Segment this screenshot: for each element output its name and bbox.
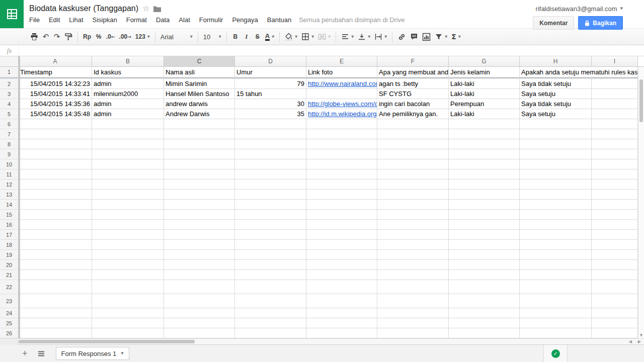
- select-all-corner[interactable]: [0, 56, 19, 67]
- cell-C6[interactable]: [164, 119, 235, 129]
- undo-icon[interactable]: ↶: [40, 31, 51, 43]
- cell-link-E4[interactable]: http://globe-views.com/do: [308, 100, 377, 108]
- cell-E8[interactable]: [306, 139, 377, 149]
- cell-E3[interactable]: [306, 89, 377, 99]
- menu-lihat[interactable]: Lihat: [64, 15, 88, 25]
- cell-F1[interactable]: Apa yang membuat anda: [377, 67, 449, 77]
- column-header-D[interactable]: D: [235, 56, 306, 67]
- cell-G12[interactable]: [449, 179, 520, 190]
- cell-E21[interactable]: [306, 270, 377, 280]
- cell-H3[interactable]: Saya setuju: [520, 89, 592, 99]
- cell-D18[interactable]: [235, 240, 306, 250]
- document-title[interactable]: Biodata kaskuser (Tanggapan): [29, 4, 138, 13]
- cell-H2[interactable]: Saya tidak setuju: [520, 79, 592, 89]
- italic-button[interactable]: I: [241, 31, 252, 43]
- sheet-tab-caret-icon[interactable]: ▼: [121, 352, 123, 355]
- cell-F18[interactable]: [377, 240, 449, 250]
- cell-A26[interactable]: [19, 328, 92, 338]
- cell-H15[interactable]: [520, 210, 592, 220]
- cell-I6[interactable]: [592, 119, 638, 129]
- cell-F26[interactable]: [377, 328, 449, 338]
- row-header-21[interactable]: 21: [0, 270, 19, 280]
- cell-C12[interactable]: [164, 179, 235, 190]
- cell-E1[interactable]: Link foto: [306, 67, 377, 77]
- cell-D2[interactable]: 79: [235, 79, 306, 89]
- cell-F6[interactable]: [377, 119, 449, 129]
- cell-F12[interactable]: [377, 179, 449, 190]
- cell-H9[interactable]: [520, 149, 592, 159]
- row-header-8[interactable]: 8: [0, 139, 19, 149]
- cell-E26[interactable]: [306, 328, 377, 338]
- cell-I5[interactable]: [592, 109, 638, 119]
- cell-C9[interactable]: [164, 149, 235, 159]
- cell-D14[interactable]: [235, 200, 306, 210]
- cell-I10[interactable]: [592, 159, 638, 169]
- functions-button[interactable]: Σ ▼: [449, 31, 463, 43]
- cell-D3[interactable]: 15 tahun: [235, 89, 306, 99]
- horizontal-align-button[interactable]: ▼: [339, 31, 356, 43]
- share-button[interactable]: Bagikan: [578, 16, 623, 30]
- cell-C10[interactable]: [164, 159, 235, 169]
- cell-D24[interactable]: [235, 308, 306, 318]
- cell-F25[interactable]: [377, 318, 449, 328]
- cell-A6[interactable]: [19, 119, 92, 129]
- row-header-11[interactable]: 11: [0, 169, 19, 179]
- scroll-down-icon[interactable]: ▼: [638, 333, 644, 337]
- cell-D19[interactable]: [235, 250, 306, 260]
- cell-A21[interactable]: [19, 270, 92, 280]
- all-sheets-icon[interactable]: [38, 350, 45, 357]
- row-header-4[interactable]: 4: [0, 99, 19, 109]
- cell-G26[interactable]: [449, 328, 520, 338]
- insert-comment-icon[interactable]: [408, 31, 420, 43]
- merge-cells-button[interactable]: ▼: [316, 31, 333, 43]
- bold-button[interactable]: B: [230, 31, 241, 43]
- cell-H14[interactable]: [520, 200, 592, 210]
- column-header-G[interactable]: G: [449, 56, 520, 67]
- cell-A22[interactable]: [19, 280, 92, 294]
- redo-icon[interactable]: ↷: [51, 31, 62, 43]
- cell-E15[interactable]: [306, 210, 377, 220]
- cell-D22[interactable]: [235, 280, 306, 294]
- vertical-scrollbar-thumb[interactable]: [639, 79, 643, 122]
- cell-C25[interactable]: [164, 318, 235, 328]
- cell-B3[interactable]: milennium2000: [92, 89, 164, 99]
- cell-link-E5[interactable]: http://id.m.wikipedia.org/w: [308, 110, 377, 118]
- cell-G24[interactable]: [449, 308, 520, 318]
- cell-B2[interactable]: admin: [92, 79, 164, 89]
- cell-F4[interactable]: ingin cari bacolan: [377, 99, 449, 109]
- row-header-22[interactable]: 22: [0, 280, 19, 294]
- cell-B8[interactable]: [92, 139, 164, 149]
- cell-E12[interactable]: [306, 179, 377, 190]
- cell-C4[interactable]: andrew darwis: [164, 99, 235, 109]
- cell-C5[interactable]: Andrew Darwis: [164, 109, 235, 119]
- horizontal-scrollbar-thumb[interactable]: [19, 340, 195, 343]
- cell-A15[interactable]: [19, 210, 92, 220]
- cell-E7[interactable]: [306, 129, 377, 139]
- cell-F7[interactable]: [377, 129, 449, 139]
- cell-C8[interactable]: [164, 139, 235, 149]
- cell-I26[interactable]: [592, 328, 638, 338]
- cell-D23[interactable]: [235, 294, 306, 308]
- cell-G23[interactable]: [449, 294, 520, 308]
- row-header-13[interactable]: 13: [0, 190, 19, 200]
- cell-B22[interactable]: [92, 280, 164, 294]
- cell-C23[interactable]: [164, 294, 235, 308]
- column-header-A[interactable]: A: [19, 56, 92, 67]
- cell-H8[interactable]: [520, 139, 592, 149]
- cell-A16[interactable]: [19, 220, 92, 230]
- cell-I8[interactable]: [592, 139, 638, 149]
- cell-D13[interactable]: [235, 190, 306, 200]
- menu-formulir[interactable]: Formulir: [195, 15, 228, 25]
- cell-A13[interactable]: [19, 190, 92, 200]
- row-header-15[interactable]: 15: [0, 210, 19, 220]
- cell-B12[interactable]: [92, 179, 164, 190]
- comment-button[interactable]: Komentar: [533, 16, 574, 30]
- cell-I20[interactable]: [592, 260, 638, 270]
- paint-format-icon[interactable]: [62, 31, 74, 43]
- cell-D11[interactable]: [235, 169, 306, 179]
- cell-I13[interactable]: [592, 190, 638, 200]
- scroll-right-icon[interactable]: ▶: [638, 339, 641, 344]
- cell-B13[interactable]: [92, 190, 164, 200]
- cell-A2[interactable]: 15/04/2015 14:32:23: [19, 79, 92, 89]
- cell-H4[interactable]: Saya tidak setuju: [520, 99, 592, 109]
